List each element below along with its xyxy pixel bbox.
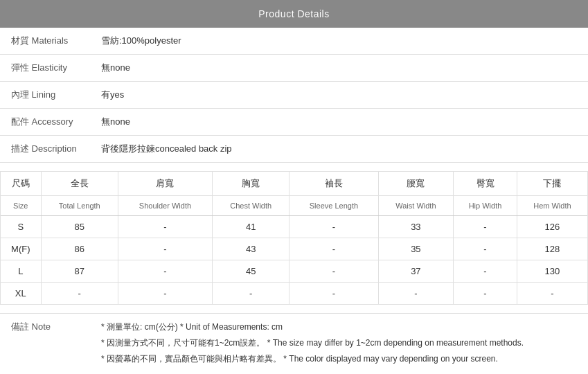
note-line: * 測量單位: cm(公分) * Unit of Measurements: c… [101,321,577,334]
note-section: 備註 Note * 測量單位: cm(公分) * Unit of Measure… [0,313,588,374]
size-cell: - [289,260,378,283]
size-cell: 87 [41,260,118,283]
size-cell: S [1,216,41,238]
info-value: 無none [90,55,588,82]
size-row: S85-41-33-126 [1,216,587,238]
product-details-header: Product Details [0,0,588,28]
size-cell: - [454,260,517,283]
info-label: 配件 Accessory [0,109,90,136]
size-cell: - [118,260,212,283]
size-cell: - [118,283,212,305]
info-row: 彈性 Elasticity無none [0,55,588,82]
note-content: * 測量單位: cm(公分) * Unit of Measurements: c… [90,314,588,374]
info-value: 背後隱形拉鍊concealed back zip [90,136,588,163]
info-label: 彈性 Elasticity [0,55,90,82]
size-cell: XL [1,283,41,305]
size-table: 尺碼全長肩寬胸寬袖長腰寬臀寬下擺SizeTotal LengthShoulder… [1,172,587,304]
info-label: 描述 Description [0,136,90,163]
size-col-en-6: Hip Width [454,196,517,216]
size-col-en-7: Hem Width [517,196,587,216]
size-col-zh-6: 臀寬 [454,172,517,196]
size-cell: - [118,216,212,238]
size-col-en-2: Shoulder Width [118,196,212,216]
info-label: 材質 Materials [0,28,90,55]
size-col-zh-4: 袖長 [289,172,378,196]
note-table: 備註 Note * 測量單位: cm(公分) * Unit of Measure… [0,314,588,374]
size-row: XL------- [1,283,587,305]
size-cell: 85 [41,216,118,238]
size-cell: 35 [378,238,454,260]
size-col-en-1: Total Length [41,196,118,216]
note-row: 備註 Note * 測量單位: cm(公分) * Unit of Measure… [0,314,588,374]
size-cell: 45 [213,260,289,283]
size-cell: - [213,283,289,305]
info-value: 無none [90,109,588,136]
size-col-en-5: Waist Width [378,196,454,216]
info-row: 描述 Description背後隱形拉鍊concealed back zip [0,136,588,163]
size-cell: - [517,283,587,305]
info-row: 內理 Lining有yes [0,82,588,109]
size-cell: - [454,216,517,238]
size-cell: - [289,283,378,305]
size-row: M(F)86-43-35-128 [1,238,587,260]
size-col-zh-5: 腰寬 [378,172,454,196]
note-label: 備註 Note [0,314,90,374]
info-label: 內理 Lining [0,82,90,109]
info-table: 材質 Materials雪紡:100%polyester彈性 Elasticit… [0,28,588,163]
size-cell: 126 [517,216,587,238]
size-col-zh-0: 尺碼 [1,172,41,196]
size-col-en-0: Size [1,196,41,216]
size-cell: 41 [213,216,289,238]
size-cell: - [289,216,378,238]
size-section: 尺碼全長肩寬胸寬袖長腰寬臀寬下擺SizeTotal LengthShoulder… [0,171,588,305]
size-col-en-4: Sleeve Length [289,196,378,216]
size-cell: - [118,238,212,260]
size-cell: 33 [378,216,454,238]
size-col-zh-1: 全長 [41,172,118,196]
size-cell: - [378,283,454,305]
size-cell: 43 [213,238,289,260]
header-title: Product Details [258,8,329,19]
size-col-zh-3: 胸寬 [213,172,289,196]
size-cell: M(F) [1,238,41,260]
info-row: 配件 Accessory無none [0,109,588,136]
note-line: * 因螢幕的不同，實品顏色可能與相片略有差異。 * The color disp… [101,353,577,366]
info-value: 雪紡:100%polyester [90,28,588,55]
size-row: L87-45-37-130 [1,260,587,283]
size-col-zh-7: 下擺 [517,172,587,196]
size-cell: 37 [378,260,454,283]
size-cell: 130 [517,260,587,283]
size-cell: - [454,283,517,305]
note-line: * 因測量方式不同，尺寸可能有1~2cm誤差。 * The size may d… [101,337,577,350]
size-col-zh-2: 肩寬 [118,172,212,196]
size-cell: 86 [41,238,118,260]
size-cell: L [1,260,41,283]
size-cell: - [289,238,378,260]
info-row: 材質 Materials雪紡:100%polyester [0,28,588,55]
info-value: 有yes [90,82,588,109]
size-col-en-3: Chest Width [213,196,289,216]
size-cell: 128 [517,238,587,260]
size-cell: - [41,283,118,305]
size-cell: - [454,238,517,260]
